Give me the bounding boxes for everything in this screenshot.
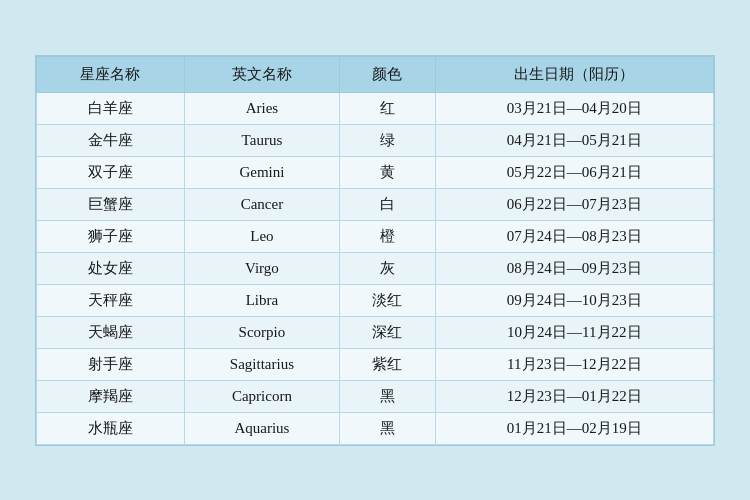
cell-chinese: 摩羯座 (37, 380, 185, 412)
cell-dates: 11月23日—12月22日 (435, 348, 713, 380)
col-header-color: 颜色 (339, 56, 435, 92)
cell-color: 淡红 (339, 284, 435, 316)
cell-chinese: 射手座 (37, 348, 185, 380)
table-row: 摩羯座Capricorn黑12月23日—01月22日 (37, 380, 714, 412)
cell-color: 黑 (339, 380, 435, 412)
cell-color: 紫红 (339, 348, 435, 380)
table-row: 水瓶座Aquarius黑01月21日—02月19日 (37, 412, 714, 444)
table-body: 白羊座Aries红03月21日—04月20日金牛座Taurus绿04月21日—0… (37, 92, 714, 444)
col-header-dates: 出生日期（阳历） (435, 56, 713, 92)
cell-english: Aquarius (184, 412, 339, 444)
cell-dates: 03月21日—04月20日 (435, 92, 713, 124)
cell-color: 红 (339, 92, 435, 124)
cell-dates: 04月21日—05月21日 (435, 124, 713, 156)
table-row: 天秤座Libra淡红09月24日—10月23日 (37, 284, 714, 316)
cell-english: Cancer (184, 188, 339, 220)
cell-english: Libra (184, 284, 339, 316)
cell-dates: 01月21日—02月19日 (435, 412, 713, 444)
table-row: 狮子座Leo橙07月24日—08月23日 (37, 220, 714, 252)
cell-dates: 10月24日—11月22日 (435, 316, 713, 348)
table-row: 射手座Sagittarius紫红11月23日—12月22日 (37, 348, 714, 380)
cell-english: Sagittarius (184, 348, 339, 380)
cell-english: Capricorn (184, 380, 339, 412)
cell-english: Taurus (184, 124, 339, 156)
col-header-english: 英文名称 (184, 56, 339, 92)
cell-color: 橙 (339, 220, 435, 252)
cell-english: Gemini (184, 156, 339, 188)
cell-english: Aries (184, 92, 339, 124)
cell-chinese: 金牛座 (37, 124, 185, 156)
cell-english: Scorpio (184, 316, 339, 348)
table-row: 天蝎座Scorpio深红10月24日—11月22日 (37, 316, 714, 348)
cell-english: Virgo (184, 252, 339, 284)
zodiac-table-container: 星座名称 英文名称 颜色 出生日期（阳历） 白羊座Aries红03月21日—04… (35, 55, 715, 446)
table-row: 巨蟹座Cancer白06月22日—07月23日 (37, 188, 714, 220)
cell-chinese: 水瓶座 (37, 412, 185, 444)
cell-dates: 09月24日—10月23日 (435, 284, 713, 316)
cell-color: 深红 (339, 316, 435, 348)
cell-dates: 05月22日—06月21日 (435, 156, 713, 188)
cell-chinese: 白羊座 (37, 92, 185, 124)
table-header-row: 星座名称 英文名称 颜色 出生日期（阳历） (37, 56, 714, 92)
table-row: 白羊座Aries红03月21日—04月20日 (37, 92, 714, 124)
cell-chinese: 双子座 (37, 156, 185, 188)
cell-color: 黑 (339, 412, 435, 444)
cell-chinese: 天秤座 (37, 284, 185, 316)
cell-chinese: 天蝎座 (37, 316, 185, 348)
cell-dates: 12月23日—01月22日 (435, 380, 713, 412)
cell-dates: 08月24日—09月23日 (435, 252, 713, 284)
table-row: 处女座Virgo灰08月24日—09月23日 (37, 252, 714, 284)
cell-chinese: 巨蟹座 (37, 188, 185, 220)
cell-color: 白 (339, 188, 435, 220)
cell-dates: 06月22日—07月23日 (435, 188, 713, 220)
zodiac-table: 星座名称 英文名称 颜色 出生日期（阳历） 白羊座Aries红03月21日—04… (36, 56, 714, 445)
cell-english: Leo (184, 220, 339, 252)
col-header-chinese: 星座名称 (37, 56, 185, 92)
cell-color: 绿 (339, 124, 435, 156)
cell-chinese: 处女座 (37, 252, 185, 284)
cell-dates: 07月24日—08月23日 (435, 220, 713, 252)
table-row: 双子座Gemini黄05月22日—06月21日 (37, 156, 714, 188)
cell-chinese: 狮子座 (37, 220, 185, 252)
cell-color: 灰 (339, 252, 435, 284)
cell-color: 黄 (339, 156, 435, 188)
table-row: 金牛座Taurus绿04月21日—05月21日 (37, 124, 714, 156)
